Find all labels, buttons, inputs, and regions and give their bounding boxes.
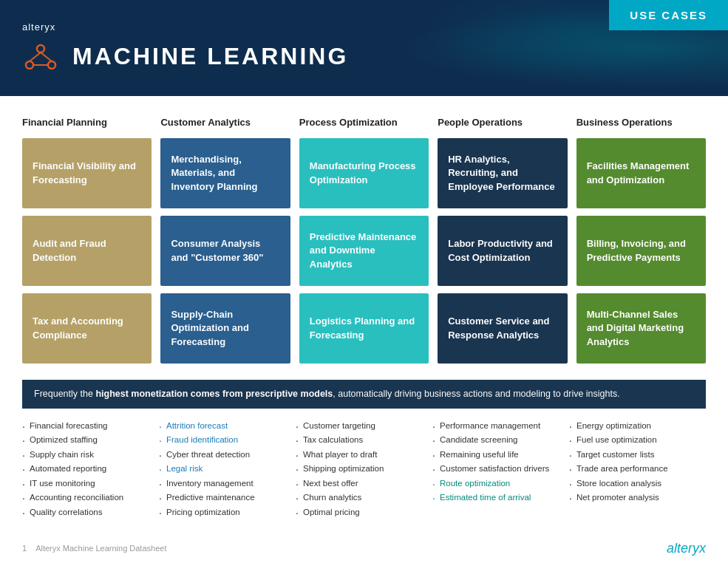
bullet-trade-area: Trade area performance — [569, 462, 698, 477]
footer-brand: alteryx — [667, 541, 706, 556]
tile-predictive-maintenance[interactable]: Predictive Maintenance and Downtime Anal… — [299, 216, 429, 286]
bullet-candidate-screening: Candidate screening — [432, 433, 562, 448]
bottom-section: Frequently the highest monetization come… — [0, 380, 728, 520]
bullet-col-3: Customer targeting Tax calculations What… — [296, 419, 432, 520]
svg-point-2 — [48, 61, 55, 69]
tile-labor-productivity[interactable]: Labor Productivity and Cost Optimization — [438, 216, 567, 286]
use-cases-badge: USE CASES — [609, 0, 728, 30]
header-logo-area: alteryx MACHINE LEARNING — [22, 21, 348, 75]
tile-financial-visibility[interactable]: Financial Visibility and Forecasting — [22, 138, 152, 208]
bullet-fraud-identification: Fraud identification — [159, 433, 288, 448]
tile-customer-service[interactable]: Customer Service and Response Analytics — [438, 293, 567, 364]
bullet-store-location: Store location analysis — [569, 477, 698, 491]
page-title: MACHINE LEARNING — [72, 43, 348, 70]
main-content: Financial Planning Customer Analytics Pr… — [0, 96, 728, 364]
bullet-remaining-useful-life: Remaining useful life — [432, 448, 562, 463]
bullet-quality-correlations: Quality correlations — [22, 505, 152, 520]
bullet-col-5: Energy optimization Fuel use optimizatio… — [569, 419, 706, 520]
header-title-row: MACHINE LEARNING — [22, 38, 348, 75]
bullet-col-4: Performance management Candidate screeni… — [432, 419, 569, 520]
category-business-operations: Business Operations — [576, 117, 706, 128]
svg-point-1 — [26, 61, 33, 69]
column-customer-analytics: Merchandising, Materials, and Inventory … — [160, 138, 290, 364]
bullet-cyber-threat: Cyber threat detection — [159, 448, 288, 463]
bullet-energy-opt: Energy optimization — [569, 419, 698, 434]
tile-hr-analytics[interactable]: HR Analytics, Recruiting, and Employee P… — [438, 138, 567, 208]
bullet-automated-reporting: Automated reporting — [22, 462, 152, 477]
bullet-accounting-reconciliation: Accounting reconciliation — [22, 491, 152, 505]
column-people-operations: HR Analytics, Recruiting, and Employee P… — [438, 138, 567, 364]
header: alteryx MACHINE LEARNING USE CASES — [0, 0, 728, 96]
tile-billing[interactable]: Billing, Invoicing, and Predictive Payme… — [576, 216, 706, 286]
bullet-predictive-maintenance-bullet: Predictive maintenance — [159, 491, 288, 505]
tiles-grid: Financial Visibility and Forecasting Aud… — [22, 138, 706, 364]
footer: 1 Alteryx Machine Learning Datasheet alt… — [0, 528, 728, 563]
bullet-customer-satisfaction: Customer satisfaction drivers — [432, 462, 562, 477]
bullet-fuel-opt: Fuel use optimization — [569, 433, 698, 448]
tile-facilities[interactable]: Facilities Management and Optimization — [576, 138, 706, 208]
bullet-target-customer: Target customer lists — [569, 448, 698, 463]
bullet-pricing-optimization: Pricing optimization — [159, 505, 288, 520]
bullet-net-promoter: Net promoter analysis — [569, 491, 698, 505]
bullet-eta: Estimated time of arrival — [432, 491, 562, 505]
bullet-it-monitoring: IT use monitoring — [22, 477, 152, 491]
tile-audit-fraud[interactable]: Audit and Fraud Detection — [22, 216, 152, 286]
bullet-tax-calculations: Tax calculations — [296, 433, 425, 448]
footer-doc-title: Alteryx Machine Learning Datasheet — [35, 544, 166, 553]
highlight-bold: highest monetization comes from prescrip… — [95, 389, 333, 399]
bullet-player-draft: What player to draft — [296, 448, 425, 463]
tile-merchandising[interactable]: Merchandising, Materials, and Inventory … — [160, 138, 290, 208]
bullet-performance-mgmt: Performance management — [432, 419, 562, 434]
bullet-route-optimization: Route optimization — [432, 477, 562, 491]
tile-manufacturing[interactable]: Manufacturing Process Optimization — [299, 138, 429, 208]
column-business-operations: Facilities Management and Optimization B… — [576, 138, 706, 364]
tile-consumer-analysis[interactable]: Consumer Analysis and "Customer 360" — [160, 216, 290, 286]
column-process-optimization: Manufacturing Process Optimization Predi… — [299, 138, 429, 364]
highlight-bar: Frequently the highest monetization come… — [22, 380, 706, 409]
tile-tax-accounting[interactable]: Tax and Accounting Compliance — [22, 293, 152, 364]
category-people-operations: People Operations — [438, 117, 567, 128]
bullet-customer-targeting: Customer targeting — [296, 419, 425, 434]
bullet-legal-risk: Legal risk — [159, 462, 288, 477]
footer-page-number: 1 — [22, 544, 27, 553]
category-process-optimization: Process Optimization — [299, 117, 429, 128]
tile-multichannel[interactable]: Multi-Channel Sales and Digital Marketin… — [576, 293, 706, 364]
bullet-col-2: Attrition forecast Fraud identification … — [159, 419, 296, 520]
bullet-col-1: Financial forecasting Optimized staffing… — [22, 419, 159, 520]
bullet-shipping-opt: Shipping optimization — [296, 462, 425, 477]
bullet-optimal-pricing: Optimal pricing — [296, 505, 425, 520]
alteryx-wordmark: alteryx — [22, 21, 348, 33]
svg-line-4 — [41, 52, 52, 61]
bullet-attrition-forecast: Attrition forecast — [159, 419, 288, 434]
bullet-columns: Financial forecasting Optimized staffing… — [0, 419, 728, 520]
column-financial-planning: Financial Visibility and Forecasting Aud… — [22, 138, 152, 364]
category-financial-planning: Financial Planning — [22, 117, 152, 128]
tile-supply-chain[interactable]: Supply-Chain Optimization and Forecastin… — [160, 293, 290, 364]
tile-logistics[interactable]: Logistics Planning and Forecasting — [299, 293, 429, 364]
categories-row: Financial Planning Customer Analytics Pr… — [22, 117, 706, 128]
bullet-financial-forecasting: Financial forecasting — [22, 419, 152, 434]
bullet-inventory-management: Inventory management — [159, 477, 288, 491]
ml-icon — [22, 38, 59, 75]
bullet-churn-analytics: Churn analytics — [296, 491, 425, 505]
svg-point-0 — [37, 45, 44, 52]
footer-left: 1 Alteryx Machine Learning Datasheet — [22, 544, 166, 553]
bullet-supply-chain-risk: Supply chain risk — [22, 448, 152, 463]
bullet-optimized-staffing: Optimized staffing — [22, 433, 152, 448]
svg-line-3 — [30, 52, 41, 61]
bullet-next-best-offer: Next best offer — [296, 477, 425, 491]
category-customer-analytics: Customer Analytics — [160, 117, 290, 128]
